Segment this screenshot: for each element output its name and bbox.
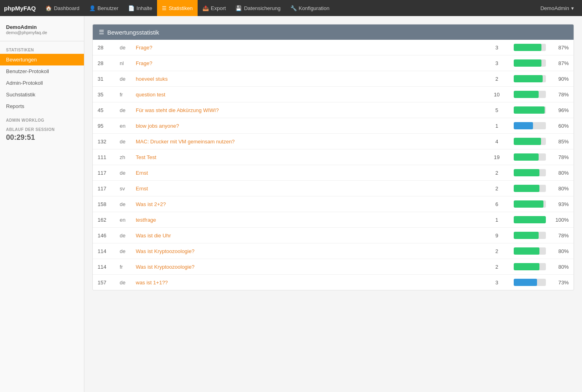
cell-bar (509, 87, 551, 102)
cell-count: 2 (485, 243, 509, 259)
nav-dashboard[interactable]: 🏠Dashboard (41, 0, 84, 16)
sidebar-benutzer-protokoll[interactable]: Benutzer-Protokoll (0, 65, 84, 77)
progress-bar-fill (514, 138, 541, 145)
title-link[interactable]: MAC: Drucker mit VM gemeinsam nutzen? (136, 139, 235, 145)
cell-title: Was ist Kryptoozoologie? (131, 243, 485, 259)
cell-pct: 87% (551, 40, 574, 55)
title-link[interactable]: hoeveel stuks (136, 76, 168, 82)
nav-benutzer[interactable]: 👤Benutzer (84, 0, 123, 16)
nav-datensicherung[interactable]: 💾Datensicherung (231, 0, 285, 16)
cell-lang: de (115, 102, 131, 118)
cell-count: 2 (485, 165, 509, 181)
panel-title: Bewertungsstatistik (107, 29, 159, 36)
sidebar: DemoAdmin demo@phpmyfaq.de STATISTIKEN B… (0, 16, 84, 392)
cell-title: testfrage (131, 212, 485, 228)
progress-bar-fill (514, 106, 545, 114)
cell-id: 45 (93, 102, 115, 118)
cell-bar (509, 228, 551, 243)
progress-bar-container (514, 138, 546, 145)
title-link[interactable]: Was ist 2+2? (136, 201, 166, 207)
cell-pct: 73% (551, 275, 574, 290)
table-row: 111 zh Test Test 19 78% (93, 149, 574, 165)
progress-bar-fill (514, 44, 542, 51)
cell-title: Für was steht die Abkürzung WIWI? (131, 102, 485, 118)
title-link[interactable]: Für was steht die Abkürzung WIWI? (136, 107, 219, 113)
nav-export-icon: 📤 (202, 5, 209, 11)
panel-icon: ☰ (99, 29, 104, 36)
title-link[interactable]: Frage? (136, 45, 152, 51)
progress-bar-container (514, 153, 546, 161)
title-link[interactable]: blow jobs anyone? (136, 123, 179, 129)
navbar-username: DemoAdmin (540, 5, 569, 11)
cell-id: 117 (93, 165, 115, 181)
navbar-user[interactable]: DemoAdmin ▾ (536, 0, 578, 16)
cell-id: 35 (93, 87, 115, 102)
cell-title: Test Test (131, 149, 485, 165)
nav-statistiken[interactable]: ☰Statistiken (157, 0, 198, 16)
progress-bar-container (514, 247, 546, 255)
cell-id: 111 (93, 149, 115, 165)
sidebar-user: DemoAdmin demo@phpmyfaq.de (0, 22, 84, 41)
cell-bar (509, 275, 551, 290)
title-link[interactable]: Frage? (136, 60, 152, 66)
ratings-panel: ☰ Bewertungsstatistik 28 de Frage? 3 87%… (92, 24, 574, 290)
table-row: 158 de Was ist 2+2? 6 93% (93, 196, 574, 212)
title-link[interactable]: Ernst (136, 170, 148, 176)
panel-heading: ☰ Bewertungsstatistik (93, 24, 574, 40)
title-link[interactable]: question test (136, 92, 165, 98)
cell-pct: 100% (551, 212, 574, 228)
sidebar-username: DemoAdmin (6, 24, 78, 30)
title-link[interactable]: Test Test (136, 154, 156, 160)
cell-count: 6 (485, 196, 509, 212)
cell-pct: 80% (551, 165, 574, 181)
nav-inhalte[interactable]: 📄Inhalte (123, 0, 157, 16)
sidebar-timer-section: 00:29:51 (6, 133, 78, 142)
layout: DemoAdmin demo@phpmyfaq.de STATISTIKEN B… (0, 16, 582, 392)
sidebar-reports[interactable]: Reports (0, 100, 84, 112)
cell-id: 162 (93, 212, 115, 228)
cell-pct: 80% (551, 259, 574, 275)
cell-pct: 78% (551, 149, 574, 165)
cell-bar (509, 165, 551, 181)
cell-count: 1 (485, 212, 509, 228)
title-link[interactable]: was ist 1+1?? (136, 280, 168, 286)
progress-bar-container (514, 169, 546, 176)
table-row: 35 fr question test 10 78% (93, 87, 574, 102)
cell-bar (509, 196, 551, 212)
title-link[interactable]: Was ist Kryptoozoologie? (136, 248, 194, 254)
title-link[interactable]: Was ist Kryptoozoologie? (136, 264, 194, 270)
title-link[interactable]: Ernst (136, 186, 148, 192)
sidebar-email: demo@phpmyfaq.de (6, 30, 78, 35)
cell-lang: de (115, 196, 131, 212)
progress-bar-container (514, 59, 546, 67)
sidebar-suchstatistik[interactable]: Suchstatistik (0, 89, 84, 100)
cell-lang: de (115, 165, 131, 181)
progress-bar-container (514, 200, 546, 208)
sidebar-admin-protokoll[interactable]: Admin-Protokoll (0, 77, 84, 89)
table-row: 157 de was ist 1+1?? 3 73% (93, 275, 574, 290)
cell-title: hoeveel stuks (131, 71, 485, 87)
cell-lang: fr (115, 259, 131, 275)
sidebar-bewertungen[interactable]: Bewertungen (0, 54, 84, 65)
title-link[interactable]: Was ist die Uhr (136, 233, 171, 239)
cell-lang: de (115, 40, 131, 55)
cell-bar (509, 40, 551, 55)
progress-bar-container (514, 91, 546, 98)
progress-bar-fill (514, 185, 539, 192)
cell-title: blow jobs anyone? (131, 118, 485, 134)
table-row: 28 de Frage? 3 87% (93, 40, 574, 55)
title-link[interactable]: testfrage (136, 217, 156, 223)
cell-count: 3 (485, 55, 509, 71)
cell-id: 117 (93, 181, 115, 196)
progress-bar-fill (514, 169, 539, 176)
cell-lang: zh (115, 149, 131, 165)
table-row: 162 en testfrage 1 100% (93, 212, 574, 228)
nav-export[interactable]: 📤Export (198, 0, 231, 16)
progress-bar-fill (514, 75, 543, 82)
cell-bar (509, 212, 551, 228)
nav-konfiguration[interactable]: 🔧Konfiguration (286, 0, 335, 16)
sidebar-worklog-label: ADMIN WORKLOG (6, 118, 78, 124)
cell-title: Frage? (131, 55, 485, 71)
progress-bar-container (514, 75, 546, 82)
ratings-table: 28 de Frage? 3 87% 28 nl Frage? 3 87% 31 (93, 40, 574, 290)
